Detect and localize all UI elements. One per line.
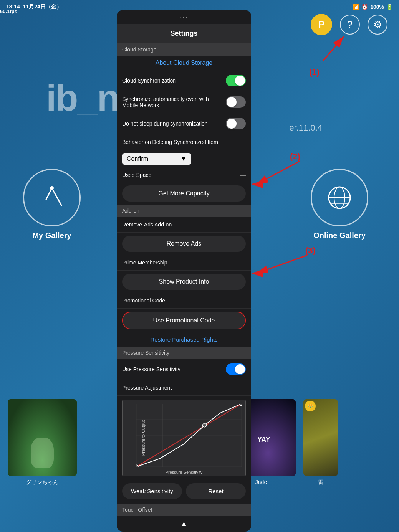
get-more-capacity-button[interactable]: Get More Capacity [122,185,246,202]
premium-badge[interactable]: P [311,14,332,35]
svg-point-19 [136,465,138,467]
promo-code-label: Promotional Code [122,297,246,304]
dropdown-value: Confirm [127,155,148,162]
use-pressure-row: Use Pressure Sensitivity [117,359,251,380]
prime-membership-label: Prime Membership [122,259,246,266]
settings-panel: ··· Settings Cloud Storage About Cloud S… [117,10,251,532]
rank-badge-2: 👑 [305,401,316,411]
top-icons-container: P ? ⚙ [311,14,387,35]
addon-label: Add-on [122,208,139,214]
used-space-value: — [240,172,246,178]
dropdown-row: Confirm ▼ [117,150,251,168]
addon-header: Add-on [117,205,251,217]
wifi-icon: 📶 [353,4,359,10]
pressure-label: Pressure Sensitivity [122,350,169,356]
remove-ads-label-row: Remove-Ads Add-on [117,217,251,233]
online-gallery-icon [311,169,368,226]
settings-button[interactable]: ⚙ [368,15,387,35]
behavior-label: Behavior on Deleting Synchronized Item [122,139,246,145]
remove-ads-button[interactable]: Remove Ads [122,236,246,252]
svg-line-0 [52,188,61,205]
gallery-item-0[interactable]: 👑 6 グリンちゃん [8,399,77,486]
cloud-storage-label: Cloud Storage [122,46,157,53]
behavior-dropdown[interactable]: Confirm ▼ [122,153,191,165]
app-version: er.11.0.4 [289,123,322,133]
weak-sensitivity-button[interactable]: Weak Sensitivity [122,483,182,499]
touch-offset-label: Touch Offset [122,507,152,513]
svg-line-1 [46,188,52,200]
pressure-chart[interactable]: Pressure to Output [122,400,246,476]
chart-area [136,404,242,467]
no-sleep-label: Do not sleep during synchronization [122,121,226,127]
restore-rights-link[interactable]: Restore Purchased Rights [117,332,251,347]
cloud-sync-row: Cloud Synchronization [117,70,251,91]
battery-icon: 🔋 [386,4,393,10]
bottom-arrow: ▲ [117,516,251,532]
drag-dots: ··· [179,13,189,21]
behavior-row: Behavior on Deleting Synchronized Item [117,134,251,150]
online-gallery-container[interactable]: Online Gallery [311,169,368,240]
use-pressure-label: Use Pressure Sensitivity [122,366,226,372]
settings-title: Settings [170,30,197,37]
dropdown-chevron: ▼ [180,155,187,162]
gallery-thumb-0: 👑 6 [8,399,77,476]
premium-badge-label: P [318,19,324,30]
my-gallery-container[interactable]: My Gallery [23,169,81,240]
pressure-x-label: Pressure Sensitivity [166,470,203,474]
promo-code-label-row: Promotional Code [117,293,251,309]
auto-sync-toggle[interactable] [226,96,246,108]
reset-button[interactable]: Reset [186,483,246,499]
gear-icon: ⚙ [373,19,382,31]
show-product-info-button[interactable]: Show Product Info [122,274,246,290]
used-space-label: Used Space [122,172,151,178]
my-gallery-label: My Gallery [32,231,71,240]
gallery-thumb-2: 👑 [303,399,338,476]
auto-sync-row: Synchronize automatically even with Mobi… [117,91,251,113]
gallery-label-1: Jade [255,479,267,485]
remove-ads-label: Remove-Ads Add-on [122,221,246,228]
about-cloud-storage-link[interactable]: About Cloud Storage [117,56,251,70]
settings-header: Settings [117,24,251,43]
cloud-sync-thumb [235,76,245,86]
drag-handle[interactable]: ··· [117,10,251,24]
pressure-toggle[interactable] [226,363,246,375]
gallery-item-2[interactable]: 👑 雷 [303,399,338,486]
pressure-adjustment-row: Pressure Adjustment [117,380,251,396]
touch-offset-header: Touch Offset [117,504,251,516]
battery-text: 100% [370,4,384,10]
gallery-label-2: 雷 [318,479,323,486]
pressure-adjustment-label: Pressure Adjustment [122,385,246,391]
sensitivity-btn-row: Weak Sensitivity Reset [117,480,251,502]
yay-label: YAY [257,436,270,444]
auto-sync-label: Synchronize automatically even with Mobi… [122,96,226,108]
cloud-sync-toggle[interactable] [226,75,246,86]
prime-membership-row: Prime Membership [117,255,251,271]
gallery-label-0: グリンちゃん [26,479,58,486]
use-promo-code-button[interactable]: Use Promotional Code [122,312,246,329]
svg-point-20 [240,404,242,406]
status-fps: 60.1fps [0,8,17,14]
no-sleep-row: Do not sleep during synchronization [117,113,251,134]
no-sleep-thumb [227,119,237,129]
help-button[interactable]: ? [340,15,360,35]
my-gallery-icon [23,169,81,226]
svg-point-18 [203,423,207,427]
help-icon: ? [347,19,353,31]
status-date: 11月24日（金） [23,3,62,10]
auto-sync-thumb [227,97,237,107]
svg-point-2 [50,186,54,190]
pressure-thumb [235,364,245,374]
cloud-sync-label: Cloud Synchronization [122,78,226,84]
cloud-storage-header: Cloud Storage [117,43,251,56]
alarm-icon: ⏰ [361,4,368,10]
used-space-row: Used Space — [117,168,251,182]
online-gallery-label: Online Gallery [313,231,366,240]
pressure-header: Pressure Sensitivity [117,347,251,359]
no-sleep-toggle[interactable] [226,118,246,129]
